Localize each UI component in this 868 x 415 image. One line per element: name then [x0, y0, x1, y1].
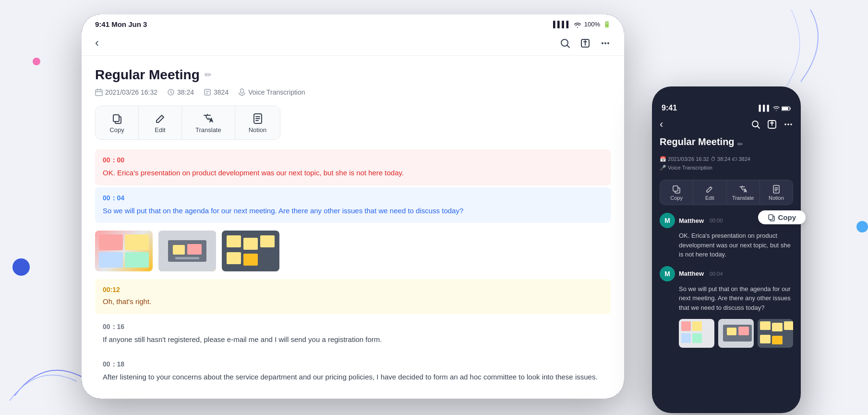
svg-point-27 — [784, 123, 786, 125]
more-button[interactable] — [600, 37, 611, 49]
segment-1-text: OK. Erica's presentation on product deve… — [103, 168, 603, 179]
phone-wifi-icon — [773, 105, 780, 111]
svg-rect-37 — [692, 333, 702, 343]
phone-notch — [698, 86, 755, 100]
phone-notion-button[interactable]: Notion — [760, 180, 793, 205]
svg-rect-49 — [769, 215, 773, 220]
svg-point-2 — [602, 42, 603, 44]
phone-device: 9:41 ▌▌▌ ‹ Regular — [652, 86, 801, 413]
svg-rect-7 — [205, 89, 210, 95]
svg-rect-16 — [175, 257, 199, 259]
meta-date: 2021/03/26 16:32 — [95, 88, 157, 96]
segment-2: 00：04 So we will put that on the agenda … — [95, 187, 611, 223]
phone-msg-2-header: M Matthew 00:04 — [660, 266, 793, 281]
nav-left: ‹ — [95, 36, 99, 49]
tablet-nav: ‹ — [82, 32, 624, 56]
translate-button[interactable]: Translate — [182, 106, 235, 139]
phone-img-1[interactable] — [679, 319, 714, 348]
notion-button[interactable]: Notion — [235, 106, 280, 139]
image-thumb-1[interactable] — [95, 231, 153, 271]
meeting-title: Regular Meeting — [95, 67, 200, 83]
svg-rect-24 — [782, 107, 788, 110]
deco-curve-bottom — [5, 348, 91, 405]
copy-label: Copy — [109, 126, 124, 134]
phone-msg-1-text: OK. Erica's presentation on product deve… — [660, 231, 793, 259]
segment-2-time: 00：04 — [103, 194, 603, 203]
phone-signal-icon: ▌▌▌ — [759, 105, 771, 111]
copy-button[interactable]: Copy — [96, 106, 139, 139]
phone-meta: 📅 2021/03/26 16:32 ⏱ 38:24 🏷 3824 🎤 Voic… — [660, 155, 793, 172]
image-thumb-3[interactable] — [222, 231, 279, 271]
svg-rect-46 — [760, 335, 771, 343]
signal-icon: ▌▌▌▌ — [553, 21, 571, 28]
svg-rect-31 — [673, 186, 678, 191]
phone-images-row — [660, 319, 793, 348]
phone-translate-icon — [739, 184, 747, 194]
phone-edit-icon[interactable]: ✏ — [737, 140, 743, 148]
deco-curve-top — [714, 5, 820, 91]
phone-translate-button[interactable]: Translate — [727, 180, 760, 205]
phone-meta-line1: 📅 2021/03/26 16:32 ⏱ 38:24 🏷 3824 — [660, 155, 793, 164]
tablet-status-icons: ▌▌▌▌ 100% 🔋 — [553, 21, 611, 28]
phone-share-button[interactable] — [767, 120, 777, 129]
phone-meta-line2: 🎤 Voice Transcription — [660, 164, 793, 172]
tablet-status-bar: 9:41 Mon Jun 3 ▌▌▌▌ 100% 🔋 — [82, 14, 624, 32]
phone-meeting-title: Regular Meeting — [660, 136, 735, 147]
segment-1: 00：00 OK. Erica's presentation on produc… — [95, 149, 611, 185]
avatar-initial-2: M — [664, 270, 670, 278]
phone-copy-button[interactable]: Copy — [660, 180, 693, 205]
svg-rect-34 — [681, 321, 691, 331]
edit-action-icon — [155, 112, 166, 124]
meta-transcription-text: Voice Transcription — [248, 88, 305, 96]
svg-rect-45 — [784, 321, 793, 330]
phone-content: Regular Meeting ✏ 📅 2021/03/26 16:32 ⏱ 3… — [652, 136, 801, 413]
tablet-screen: 9:41 Mon Jun 3 ▌▌▌▌ 100% 🔋 ‹ — [82, 14, 624, 399]
battery-text: 100% — [584, 21, 600, 28]
svg-rect-10 — [113, 115, 119, 122]
phone-message-2: M Matthew 00:04 So we will put that on t… — [660, 266, 793, 313]
deco-circle-blue-right — [856, 221, 868, 232]
segment-5-text: After listening to your concerns about t… — [103, 372, 603, 383]
meta-duration-text: 38:24 — [177, 88, 194, 96]
segment-3: 00:12 Oh, that's right. — [95, 279, 611, 314]
back-button[interactable]: ‹ — [95, 36, 99, 49]
deco-circle-pink — [33, 58, 40, 65]
phone-more-button[interactable] — [784, 120, 793, 129]
phone-msg-2-name: Matthew — [679, 270, 704, 277]
notion-label: Notion — [249, 126, 267, 134]
svg-point-25 — [752, 121, 758, 127]
phone-img-3[interactable] — [758, 319, 793, 348]
phone-edit-button[interactable]: Edit — [693, 180, 726, 205]
translate-label: Translate — [195, 126, 221, 134]
image-thumb-2[interactable] — [158, 231, 216, 271]
segment-5-time: 00：18 — [103, 360, 603, 369]
nav-right — [560, 37, 611, 49]
segment-2-text: So we will put that on the agenda for ou… — [103, 206, 603, 217]
svg-rect-15 — [187, 244, 202, 255]
deco-circle-blue-large — [12, 258, 30, 276]
segment-1-time: 00：00 — [103, 156, 603, 165]
svg-point-4 — [607, 42, 609, 44]
phone-img-2[interactable] — [718, 319, 754, 348]
edit-title-icon[interactable]: ✏ — [205, 70, 212, 80]
svg-rect-35 — [692, 321, 702, 331]
segment-4-text: If anyone still hasn't registered, pleas… — [103, 334, 603, 345]
phone-search-button[interactable] — [751, 120, 760, 129]
phone-time: 9:41 — [662, 104, 677, 112]
share-button[interactable] — [580, 37, 591, 49]
phone-back-button[interactable]: ‹ — [660, 118, 663, 131]
segment-5: 00：18 After listening to your concerns a… — [95, 354, 611, 390]
svg-rect-8 — [241, 89, 243, 93]
svg-rect-5 — [96, 90, 102, 96]
copy-badge[interactable]: Copy — [758, 210, 806, 224]
search-button[interactable] — [560, 37, 570, 49]
phone-msg-1-name: Matthew — [679, 217, 704, 224]
phone-action-buttons: Copy Edit Translate Notion — [660, 180, 793, 205]
phone-nav-right — [751, 120, 793, 129]
edit-button[interactable]: Edit — [139, 106, 182, 139]
phone-msg-1-time: 00:00 — [710, 218, 723, 223]
battery-icon: 🔋 — [603, 21, 611, 28]
phone-copy-label: Copy — [670, 195, 683, 201]
edit-label: Edit — [155, 126, 165, 134]
phone-battery-icon — [782, 105, 791, 111]
